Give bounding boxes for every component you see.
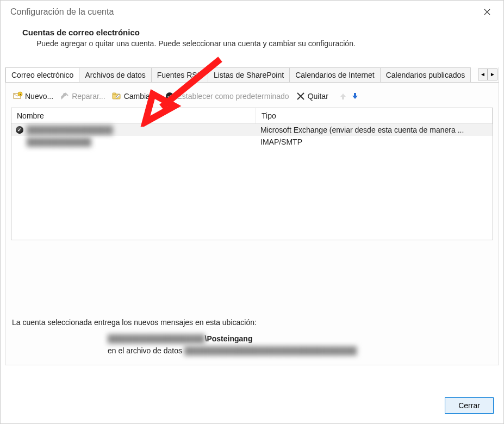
default-account-icon: ✓ [16,126,23,134]
col-type-header[interactable]: Tipo [256,108,493,123]
close-icon[interactable] [480,6,495,18]
location-path-blurred: ██████████████████ [108,334,205,343]
table-row[interactable]: ████████████ IMAP/SMTP [11,136,493,148]
tab-published-calendars[interactable]: Calendarios publicados [380,67,471,82]
location-datafile-line: en el archivo de datos █████████████████… [12,346,492,355]
set-default-label: Establecer como predeterminado [177,92,289,101]
svg-point-5 [166,92,173,100]
move-up-icon [338,91,348,101]
table-row[interactable]: ✓ ████████████████ Microsoft Exchange (e… [11,124,493,136]
tab-scroll-nav: ◄ ► [478,68,497,80]
accounts-table: Nombre Tipo ✓ ████████████████ Microsoft… [11,108,493,240]
window-title: Configuración de la cuenta [10,7,114,17]
titlebar: Configuración de la cuenta [1,1,503,20]
location-path-line: ██████████████████\Posteingang [12,334,492,343]
tab-email[interactable]: Correo electrónico [5,67,79,83]
header-block: Cuentas de correo electrónico Puede agre… [1,20,503,52]
row-type-cell: Microsoft Exchange (enviar desde esta cu… [260,126,488,134]
tab-scroll-right[interactable]: ► [488,68,497,80]
content-area: Correo electrónico Archivos de datos Fue… [5,67,499,365]
tab-data-files[interactable]: Archivos de datos [79,67,151,82]
row-name-cell: ✓ ████████████████ [16,126,260,134]
folder-edit-icon [112,91,122,101]
account-settings-window: Configuración de la cuenta Cuentas de co… [0,0,504,424]
tab-sharepoint[interactable]: Listas de SharePoint [208,67,290,82]
header-title: Cuentas de correo electrónico [22,28,491,37]
move-down-icon[interactable] [350,91,360,101]
row-name-cell: ████████████ [16,138,260,146]
checkmark-circle-icon [165,91,175,101]
row-type-cell: IMAP/SMTP [260,138,488,146]
account-name-blurred: ████████████ [27,138,91,146]
mail-new-icon: ✦ [13,91,23,101]
tabstrip: Correo electrónico Archivos de datos Fue… [5,67,499,83]
col-name-header[interactable]: Nombre [11,108,256,123]
delete-x-icon [296,91,306,101]
footer: Cerrar [445,397,494,414]
new-label: Nuevo... [25,92,53,101]
repair-button: Reparar... [58,90,107,102]
set-default-button: Establecer como predeterminado [163,90,291,102]
remove-button[interactable]: Quitar [294,90,331,102]
account-name-blurred: ████████████████ [27,126,113,134]
svg-rect-4 [113,93,116,95]
remove-label: Quitar [308,92,328,101]
close-button[interactable]: Cerrar [445,397,494,414]
new-button[interactable]: ✦ Nuevo... [11,90,55,102]
datafile-label: en el archivo de datos [108,346,182,355]
toolbar: ✦ Nuevo... Reparar... Cambiar... [5,83,499,108]
tab-scroll-left[interactable]: ◄ [478,68,488,80]
tab-rss[interactable]: Fuentes RSS [151,67,208,82]
location-posteingang: \Posteingang [205,334,253,343]
tab-internet-calendars[interactable]: Calendarios de Internet [289,67,381,82]
svg-text:✦: ✦ [19,93,22,96]
change-button[interactable]: Cambiar... [110,90,161,102]
wrench-icon [60,91,70,101]
header-description: Puede agregar o quitar una cuenta. Puede… [22,39,491,48]
table-header: Nombre Tipo [11,108,493,124]
repair-label: Reparar... [72,92,105,101]
datafile-path-blurred: ████████████████████████████████ [184,346,357,355]
change-label: Cambiar... [124,92,159,101]
location-block: La cuenta seleccionada entrega los nuevo… [12,318,492,358]
location-intro: La cuenta seleccionada entrega los nuevo… [12,318,492,327]
